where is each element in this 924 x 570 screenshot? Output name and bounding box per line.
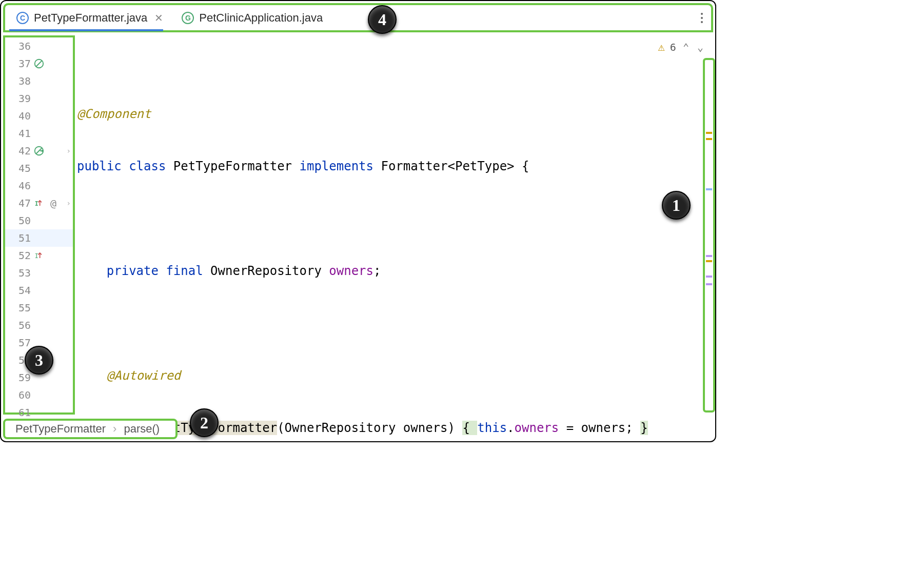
line-number: 61	[15, 406, 31, 419]
line-number: 59	[15, 371, 31, 384]
line-number: 54	[15, 284, 31, 297]
svg-line-1	[36, 61, 42, 67]
tab-label: PetClinicApplication.java	[199, 11, 323, 25]
no-entry-icon[interactable]	[33, 57, 45, 70]
line-number: 37	[15, 57, 31, 70]
skip-icon[interactable]	[33, 145, 45, 157]
editor-body: 36 37 38 39 40 41 42 › 45 46 47 I	[1, 32, 715, 415]
chevron-up-icon[interactable]: ⌃	[681, 38, 691, 56]
scrollbar-mark[interactable]	[706, 255, 712, 257]
line-number: 47	[15, 197, 31, 209]
override-up-icon[interactable]: I	[33, 197, 45, 209]
code-editor[interactable]: ⚠ 6 ⌃ ⌄ @Component public class PetTypeF…	[75, 35, 715, 415]
tab-petclinicapplication[interactable]: G PetClinicApplication.java	[173, 6, 331, 30]
line-number: 56	[15, 319, 31, 331]
breadcrumb[interactable]: PetTypeFormatter › parse()	[3, 419, 178, 439]
line-number: 42	[15, 145, 31, 157]
breadcrumb-method[interactable]: parse()	[124, 422, 160, 436]
line-number: 51	[15, 232, 31, 244]
tab-menu-button[interactable]	[696, 8, 708, 28]
breadcrumb-class[interactable]: PetTypeFormatter	[15, 422, 106, 436]
tab-label: PetTypeFormatter.java	[34, 11, 147, 25]
warning-count: 6	[670, 38, 676, 56]
callout-2: 2	[190, 408, 219, 437]
scrollbar-mark[interactable]	[706, 138, 712, 140]
line-number: 50	[15, 214, 31, 227]
line-number: 53	[15, 267, 31, 279]
svg-text:I: I	[35, 200, 38, 207]
active-tab-indicator	[9, 29, 163, 31]
scrollbar-marks[interactable]	[703, 58, 715, 412]
scrollbar-mark[interactable]	[706, 276, 712, 278]
line-number: 38	[15, 75, 31, 87]
callout-3: 3	[25, 346, 53, 375]
callout-4: 4	[368, 5, 397, 34]
line-number: 52	[15, 249, 31, 262]
svg-text:I: I	[35, 252, 38, 260]
chevron-down-icon[interactable]: ⌄	[696, 38, 705, 56]
scrollbar-mark[interactable]	[706, 260, 712, 262]
line-number: 36	[15, 40, 31, 52]
scrollbar-mark[interactable]	[706, 132, 712, 134]
line-number: 45	[15, 162, 31, 174]
at-icon[interactable]: @	[47, 197, 60, 209]
tab-pettypeformatter[interactable]: C PetTypeFormatter.java ✕	[8, 6, 173, 30]
line-number: 57	[15, 337, 31, 349]
line-number: 46	[15, 180, 31, 192]
scrollbar-mark[interactable]	[706, 188, 712, 190]
override-up-icon[interactable]: I	[33, 249, 45, 262]
editor-tabs: C PetTypeFormatter.java ✕ G PetClinicApp…	[3, 3, 713, 32]
close-icon[interactable]: ✕	[152, 12, 165, 24]
scrollbar-mark[interactable]	[706, 283, 712, 285]
line-number: 41	[15, 127, 31, 140]
chevron-right-icon: ›	[113, 422, 116, 436]
inspections-widget[interactable]: ⚠ 6 ⌃ ⌄	[658, 38, 705, 56]
fold-icon[interactable]: ›	[67, 147, 71, 155]
line-number: 40	[15, 110, 31, 122]
line-number: 60	[15, 389, 31, 401]
line-number: 39	[15, 92, 31, 105]
line-number: 55	[15, 302, 31, 314]
class-file-icon: C	[16, 12, 29, 24]
run-file-icon: G	[182, 12, 194, 24]
fold-icon[interactable]: ›	[67, 199, 71, 207]
warning-icon: ⚠	[658, 38, 665, 56]
editor-window: C PetTypeFormatter.java ✕ G PetClinicApp…	[0, 0, 716, 442]
callout-1: 1	[662, 191, 691, 220]
